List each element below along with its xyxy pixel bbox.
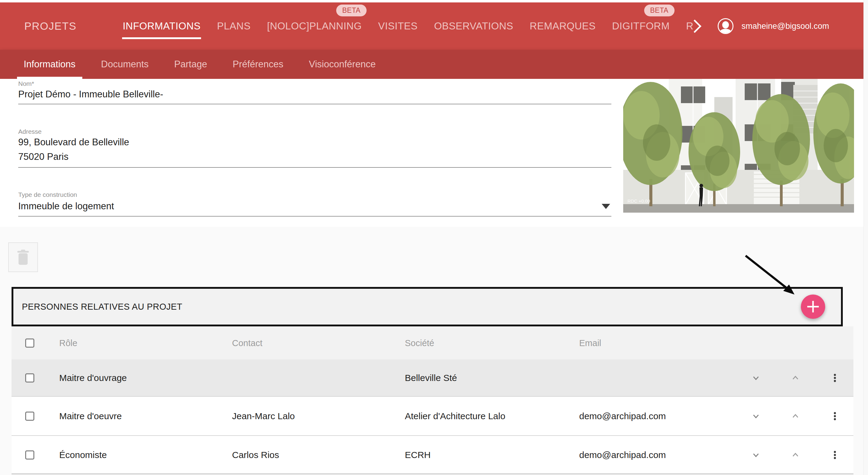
row-menu-button[interactable] xyxy=(827,372,842,383)
project-info-form: Nom* Projet Démo - Immeuble Belleville- … xyxy=(0,79,864,227)
active-tab-underline xyxy=(17,77,82,79)
move-up-button[interactable] xyxy=(788,411,803,421)
cell-contact: Carlos Rios xyxy=(232,450,279,460)
chevron-down-icon xyxy=(750,372,762,383)
cell-company: ECRH xyxy=(405,450,431,460)
project-photo: RDC +0.00 xyxy=(623,79,854,219)
address-input-line1[interactable]: 99, Boulevard de Belleville xyxy=(18,137,129,148)
add-person-button[interactable] xyxy=(801,295,825,319)
plus-icon xyxy=(806,300,820,314)
navbar-right-group: smaheine@bigsool.com xyxy=(690,2,829,50)
address-label: Adresse xyxy=(18,128,41,135)
cell-role: Maitre d'oeuvre xyxy=(59,411,122,421)
delete-selected-button[interactable] xyxy=(8,242,38,272)
image-level-caption: RDC +0.00 xyxy=(627,198,650,204)
row-checkbox[interactable] xyxy=(25,373,34,382)
people-section-title: PERSONNES RELATIVES AU PROJET xyxy=(22,302,182,312)
table-row[interactable]: Maitre d'oeuvre Jean-Marc Lalo Atelier d… xyxy=(11,396,854,435)
cell-company: Atelier d'Achitecture Lalo xyxy=(405,411,505,421)
tab-partage[interactable]: Partage xyxy=(167,50,214,79)
header-email[interactable]: Email xyxy=(579,338,601,348)
next-row-edge xyxy=(11,473,854,475)
beta-badge: BETA xyxy=(644,5,675,16)
tab-informations[interactable]: Informations xyxy=(17,50,82,79)
header-role[interactable]: Rôle xyxy=(59,338,78,348)
vertical-dots-icon xyxy=(830,449,840,461)
user-email[interactable]: smaheine@bigsool.com xyxy=(741,22,829,31)
nav-plans[interactable]: PLANS xyxy=(217,20,251,32)
nav-remarques[interactable]: REMARQUES xyxy=(530,20,596,32)
dropdown-caret-icon[interactable] xyxy=(602,204,610,209)
main-navbar: PROJETS INFORMATIONS PLANS [NOLOC]PLANNI… xyxy=(0,2,864,50)
table-header-row: Rôle Contact Société Email xyxy=(11,326,854,360)
tab-preferences[interactable]: Préférences xyxy=(226,50,290,79)
archipad-project-page: PROJETS INFORMATIONS PLANS [NOLOC]PLANNI… xyxy=(0,0,868,475)
move-up-button[interactable] xyxy=(788,372,803,383)
section-tabbar: Informations Documents Partage Préférenc… xyxy=(0,50,864,79)
trash-icon xyxy=(16,249,30,265)
cell-company: Belleville Sté xyxy=(405,373,457,383)
scrollbar-track[interactable] xyxy=(863,0,868,475)
row-menu-button[interactable] xyxy=(827,411,842,421)
top-edge xyxy=(0,0,868,2)
cell-email: demo@archipad.com xyxy=(579,411,666,421)
move-up-button[interactable] xyxy=(788,449,803,461)
header-contact[interactable]: Contact xyxy=(232,338,262,348)
name-input-underline xyxy=(18,104,611,104)
tab-visioconference[interactable]: Visioconférence xyxy=(302,50,382,79)
construction-type-underline xyxy=(18,216,611,216)
header-company[interactable]: Société xyxy=(405,338,434,348)
chevron-down-icon xyxy=(750,449,762,461)
main-nav: INFORMATIONS PLANS [NOLOC]PLANNING BETA … xyxy=(123,20,693,32)
table-row[interactable]: Maitre d'ouvrage Belleville Sté xyxy=(11,360,854,396)
table-row[interactable]: Économiste Carlos Rios ECRH demo@archipa… xyxy=(11,435,854,474)
people-table: Rôle Contact Société Email Maitre d'ouvr… xyxy=(11,326,854,474)
name-input[interactable]: Projet Démo - Immeuble Belleville- xyxy=(18,89,163,100)
row-checkbox[interactable] xyxy=(25,412,34,421)
construction-type-label: Type de construction xyxy=(18,191,77,198)
move-down-button[interactable] xyxy=(748,449,764,461)
name-label: Nom* xyxy=(18,80,34,87)
vertical-dots-icon xyxy=(830,372,840,383)
chevron-up-icon xyxy=(790,411,801,421)
nav-informations[interactable]: INFORMATIONS xyxy=(123,20,201,32)
projects-back-link[interactable]: PROJETS xyxy=(24,20,76,32)
nav-observations[interactable]: OBSERVATIONS xyxy=(434,20,513,32)
chevron-down-icon xyxy=(750,411,762,421)
select-all-checkbox[interactable] xyxy=(25,339,34,348)
move-down-button[interactable] xyxy=(748,411,764,421)
vertical-dots-icon xyxy=(830,411,840,421)
beta-badge: BETA xyxy=(336,5,367,16)
chevron-up-icon xyxy=(790,372,801,383)
nav-digitform[interactable]: DIGITFORM BETA xyxy=(612,20,670,32)
row-menu-button[interactable] xyxy=(827,449,842,461)
chevron-up-icon xyxy=(790,449,801,461)
cell-contact: Jean-Marc Lalo xyxy=(232,411,295,421)
row-checkbox[interactable] xyxy=(25,450,34,460)
user-avatar-icon[interactable] xyxy=(718,18,734,34)
active-nav-underline xyxy=(122,37,202,39)
nav-visites[interactable]: VISITES xyxy=(378,20,417,32)
address-input-line2[interactable]: 75020 Paris xyxy=(18,151,68,162)
cell-email: demo@archipad.com xyxy=(579,450,666,460)
nav-planning[interactable]: [NOLOC]PLANNING BETA xyxy=(267,20,362,32)
cell-role: Maitre d'ouvrage xyxy=(59,373,127,383)
tab-documents[interactable]: Documents xyxy=(94,50,155,79)
people-section-header: PERSONNES RELATIVES AU PROJET xyxy=(11,287,843,326)
cell-role: Économiste xyxy=(59,450,107,460)
nav-overflow-chevron-icon[interactable] xyxy=(688,20,702,33)
construction-type-select[interactable]: Immeuble de logement xyxy=(18,201,114,212)
address-input-underline xyxy=(18,167,611,168)
move-down-button[interactable] xyxy=(748,372,764,383)
